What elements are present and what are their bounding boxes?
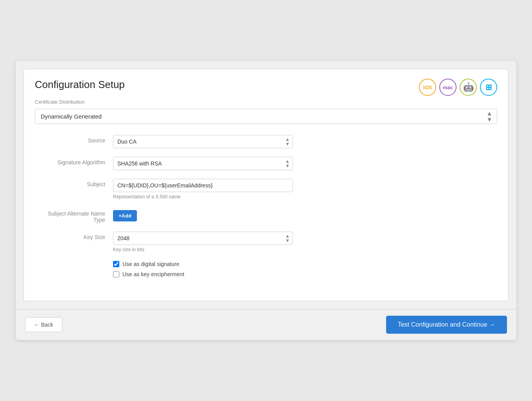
subject-alt-name-control: +Add bbox=[113, 207, 497, 230]
key-size-control: 1024 2048 4096 ▲▼ Key size in bits bbox=[113, 230, 497, 259]
platform-windows[interactable]: ⊞ bbox=[480, 79, 497, 96]
platform-android[interactable]: 🤖 bbox=[460, 79, 477, 96]
source-control: Duo CA Custom CA ▲▼ bbox=[113, 133, 497, 155]
certificate-distribution-select[interactable]: Dynamically Generated Manual Upload bbox=[35, 109, 497, 124]
page-wrapper: Configuration Setup iOS mac 🤖 ⊞ Certific… bbox=[16, 61, 516, 340]
key-encipherment-checkbox-label[interactable]: Use as key encipherment bbox=[122, 271, 184, 277]
subject-label: Subject bbox=[35, 177, 113, 207]
key-encipherment-row: Use as key encipherment bbox=[113, 271, 497, 277]
key-size-label: Key Size bbox=[35, 230, 113, 259]
footer-bar: ← Back Test Configuration and Continue → bbox=[16, 309, 516, 340]
main-card: Configuration Setup iOS mac 🤖 ⊞ Certific… bbox=[23, 69, 509, 301]
digital-signature-checkbox[interactable] bbox=[113, 261, 119, 267]
platform-mac[interactable]: mac bbox=[439, 79, 457, 96]
subject-hint: Representation of a X.500 name bbox=[113, 194, 497, 200]
checkboxes-spacer bbox=[35, 259, 113, 288]
platform-ios[interactable]: iOS bbox=[419, 79, 436, 96]
card-header: Configuration Setup iOS mac 🤖 ⊞ bbox=[35, 79, 497, 96]
source-select[interactable]: Duo CA Custom CA bbox=[113, 135, 293, 148]
digital-signature-row: Use as digital signature bbox=[113, 261, 497, 267]
signature-algorithm-control: SHA256 with RSA SHA1 with RSA ▲▼ bbox=[113, 155, 497, 177]
key-size-select-wrapper: 1024 2048 4096 ▲▼ bbox=[113, 232, 293, 245]
signature-algorithm-select[interactable]: SHA256 with RSA SHA1 with RSA bbox=[113, 157, 293, 170]
signature-algorithm-select-wrapper: SHA256 with RSA SHA1 with RSA ▲▼ bbox=[113, 157, 293, 170]
add-subject-alt-name-button[interactable]: +Add bbox=[113, 210, 137, 221]
windows-icon: ⊞ bbox=[485, 83, 492, 92]
subject-alt-name-label: Subject Alternate Name Type bbox=[35, 207, 113, 230]
digital-signature-checkbox-label[interactable]: Use as digital signature bbox=[122, 261, 180, 267]
key-encipherment-checkbox[interactable] bbox=[113, 271, 119, 277]
signature-algorithm-label: Signature Algorithm bbox=[35, 155, 113, 177]
continue-button[interactable]: Test Configuration and Continue → bbox=[386, 316, 507, 334]
key-size-hint: Key size in bits bbox=[113, 247, 497, 252]
android-icon: 🤖 bbox=[463, 82, 474, 92]
source-label: Source bbox=[35, 133, 113, 155]
subject-input[interactable] bbox=[113, 179, 293, 192]
key-size-select[interactable]: 1024 2048 4096 bbox=[113, 232, 293, 245]
platform-icons: iOS mac 🤖 ⊞ bbox=[419, 79, 497, 96]
certificate-distribution-label: Certificate Distribution bbox=[35, 99, 497, 105]
source-select-wrapper: Duo CA Custom CA ▲▼ bbox=[113, 135, 293, 148]
subject-control: Representation of a X.500 name bbox=[113, 177, 497, 207]
form-grid: Source Duo CA Custom CA ▲▼ Signature Alg… bbox=[35, 133, 497, 288]
back-button[interactable]: ← Back bbox=[25, 317, 62, 332]
page-title: Configuration Setup bbox=[35, 79, 125, 91]
certificate-distribution-wrapper: Dynamically Generated Manual Upload ▲▼ bbox=[35, 109, 497, 124]
checkboxes-control: Use as digital signature Use as key enci… bbox=[113, 259, 497, 288]
